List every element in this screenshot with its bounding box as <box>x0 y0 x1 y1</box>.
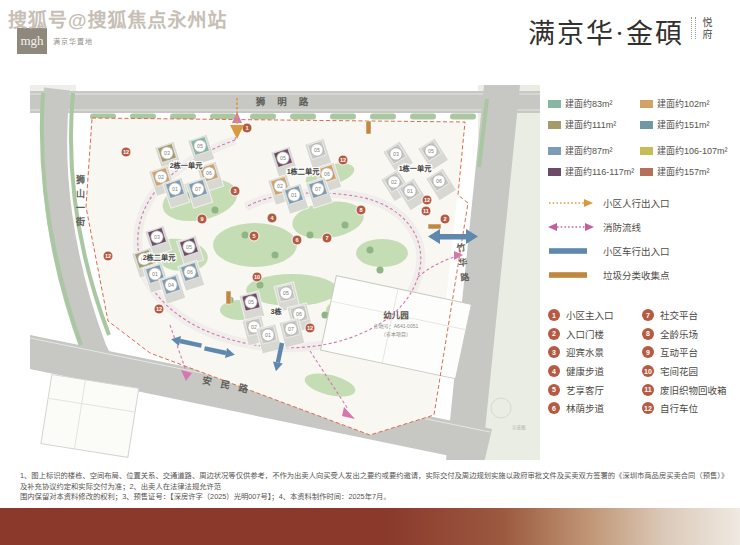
legend-area-group: 建面约83m²建面约102m²建面约111m²建面约151m² <box>548 97 738 131</box>
trash-collection-point <box>226 291 231 304</box>
legend-area-item: 建面约83m² <box>548 97 640 110</box>
legend-line-symbol <box>548 269 594 281</box>
legend-line-label: 消防流线 <box>603 220 641 234</box>
unit-number: 02 <box>277 183 283 189</box>
kindergarten-note: （非本项目） <box>381 331 411 338</box>
poi-label: 全龄乐场 <box>660 327 698 341</box>
map-poi-number: 12 <box>307 325 313 331</box>
unit-number: 07 <box>288 326 294 332</box>
unit-number: 01 <box>291 192 297 198</box>
area-color-swatch <box>640 121 653 129</box>
poi-label: 迎宾水景 <box>566 345 604 359</box>
unit-number: 02 <box>391 179 397 185</box>
map-poi-marker: 5 <box>249 231 259 241</box>
poi-item: 4健康步道 <box>548 364 642 378</box>
poi-label: 宅间花园 <box>660 364 698 378</box>
disclaimer-line: 围内保留对本资料修改的权利；3、预售证号：【深房许字（2025）光明007号】；… <box>20 492 726 503</box>
building-label: 1栋二单元 <box>287 167 321 176</box>
poi-item: 3迎宾水景 <box>548 345 642 359</box>
legend-area-item: 建面约106-107m² <box>640 144 738 157</box>
brand-micro-line <box>691 17 692 39</box>
map-poi-marker: 4 <box>267 213 277 223</box>
map-poi-number: 11 <box>423 208 429 214</box>
street-tree <box>370 114 396 120</box>
unit-number: 01 <box>265 332 271 338</box>
poi-label: 艺享客厅 <box>566 383 604 397</box>
poi-number-badge: 6 <box>548 402 560 414</box>
map-poi-number: 2 <box>443 216 446 222</box>
unit-number: 01 <box>407 188 413 194</box>
neighbor-building <box>41 375 139 458</box>
map-poi-marker: 8 <box>356 205 366 215</box>
map-poi-marker: 3 <box>230 186 240 196</box>
area-color-swatch <box>640 100 653 108</box>
street-tree <box>250 114 276 120</box>
area-color-swatch <box>548 168 561 176</box>
street-tree <box>410 114 436 120</box>
map-poi-marker: 12 <box>154 304 164 314</box>
legend-area-label: 建面约106-107m² <box>657 144 728 157</box>
unit-number: 05 <box>283 290 289 296</box>
street-tree <box>210 114 236 120</box>
unit-number: 06 <box>187 269 193 275</box>
street-tree <box>290 114 316 120</box>
area-color-swatch <box>548 121 561 129</box>
unit-number: 05 <box>248 299 254 305</box>
poi-label: 废旧织物回收箱 <box>660 383 727 397</box>
map-poi-number: 12 <box>123 149 129 155</box>
legend-line-label: 小区车行出入口 <box>603 244 670 258</box>
street-tree <box>330 114 356 120</box>
trash-collection-point <box>366 121 371 134</box>
poi-label: 小区主入口 <box>566 308 614 322</box>
page: 搜狐号@搜狐焦点永州站 mgh 满京华置地 满京华·金碩 悦府 <box>0 0 740 545</box>
legend-area-label: 建面约157m² <box>657 165 710 178</box>
map-poi-marker: 12 <box>103 251 113 261</box>
poi-list: 1小区主入口2入口门楼3迎宾水景4健康步道5艺享客厅6林荫步道7社交平台8全龄乐… <box>548 306 738 418</box>
poi-item: 11废旧织物回收箱 <box>642 383 738 397</box>
legend-line-item: 小区车行出入口 <box>548 244 738 258</box>
unit-number: 04 <box>168 282 174 288</box>
poi-label: 入口门楼 <box>566 327 604 341</box>
legend-line-symbol <box>548 245 594 257</box>
legend-panel: 建面约83m²建面约102m²建面约111m²建面约151m²建面约87m²建面… <box>548 97 738 418</box>
legend-area-item: 建面约111m² <box>548 118 640 131</box>
poi-item: 1小区主入口 <box>548 308 642 322</box>
map-poi-marker: 12 <box>121 147 131 157</box>
building-label: 3栋 <box>270 307 282 316</box>
map-poi-marker: 12 <box>305 323 315 333</box>
poi-item: 2入口门楼 <box>548 327 642 341</box>
legend-line-label: 小区人行出入口 <box>603 196 670 210</box>
unit-number: 06 <box>324 171 330 177</box>
site-plan-map: 幼儿园 宗地号：A641-0051 （非本项目） 0305020601072栋一… <box>30 85 540 460</box>
area-color-swatch <box>640 168 653 176</box>
map-poi-number: 6 <box>295 237 298 243</box>
legend-line-item: 消防流线 <box>548 220 738 234</box>
map-poi-marker: 9 <box>197 214 207 224</box>
area-color-swatch <box>548 147 561 155</box>
unit-number: 05 <box>428 148 434 154</box>
legend-area-item: 建面约157m² <box>640 165 738 178</box>
poi-item: 12自行车位 <box>642 401 738 415</box>
unit-number: 03 <box>154 234 160 240</box>
map-poi-marker: 12 <box>338 155 348 165</box>
brand-sub-wrap: 悦府 <box>691 17 714 41</box>
legend-line-item: 垃圾分类收集点 <box>548 268 738 282</box>
poi-number-badge: 1 <box>548 309 560 321</box>
area-color-swatch <box>640 147 653 155</box>
legend-area-label: 建面约111m² <box>565 118 616 131</box>
brand-title: 满京华·金碩 <box>528 12 684 51</box>
unit-number: 03 <box>393 151 399 157</box>
watermark: 搜狐号@搜狐焦点永州站 <box>8 5 228 32</box>
unit-number: 06 <box>206 170 212 176</box>
legend-areas: 建面约83m²建面约102m²建面约111m²建面约151m²建面约87m²建面… <box>548 97 738 178</box>
poi-label: 自行车位 <box>660 401 698 415</box>
map-poi-number: 12 <box>105 253 111 259</box>
legend-area-group: 建面约87m²建面约106-107m²建面约116-117m²建面约157m² <box>548 144 738 178</box>
legend-area-label: 建面约102m² <box>657 97 710 110</box>
poi-label: 社交平台 <box>660 308 698 322</box>
map-poi-number: 12 <box>156 306 162 312</box>
unit-number: 07 <box>195 186 201 192</box>
site-plan-svg: 幼儿园 宗地号：A641-0051 （非本项目） 0305020601072栋一… <box>30 85 540 460</box>
building-label: 2栋一单元 <box>170 161 204 170</box>
poi-item: 8全龄乐场 <box>642 327 738 341</box>
